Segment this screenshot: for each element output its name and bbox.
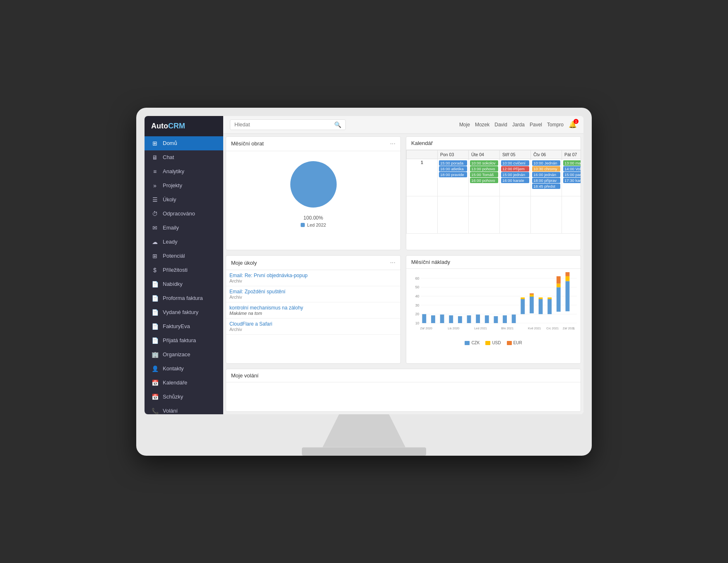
sidebar-item-projekty[interactable]: » Projekty [145, 179, 223, 193]
cal-event[interactable]: 10:00 cvičení [501, 160, 529, 166]
sidebar-item-chat[interactable]: 🖥 Chat [145, 150, 223, 164]
sidebar-item-emaily[interactable]: ✉ Emaily [145, 221, 223, 235]
calls-body [226, 382, 581, 395]
svg-text:20: 20 [415, 312, 419, 316]
cal-tue-empty [469, 196, 500, 233]
task-title-2[interactable]: Email: Zpoždění spuštění [229, 289, 397, 295]
cal-event[interactable]: 10:00 Jednán [532, 160, 560, 166]
sidebar-item-fakturyeva[interactable]: 📄 FakturyEva [145, 319, 223, 333]
svg-rect-35 [557, 284, 561, 288]
legend-czk-label: CZK [471, 341, 480, 345]
cal-event[interactable]: 16:00 karate [501, 178, 529, 183]
cal-wed-cell: 10:00 cvičení 12:00 Příjem 15:00 jednán … [500, 159, 531, 196]
cal-event[interactable]: 15:00 jednán [501, 172, 529, 177]
cal-event[interactable]: 14:00 Volat p [563, 166, 581, 172]
sidebar-item-potencial[interactable]: ⊞ Potenciál [145, 249, 223, 263]
sidebar-item-volani[interactable]: 📞 Volání [145, 404, 223, 414]
cal-event[interactable]: 17:30 karate [563, 178, 581, 183]
legend-usd: USD [485, 341, 501, 345]
cal-fri-empty [562, 196, 581, 233]
chat-icon: 🖥 [151, 154, 159, 161]
cal-thu-empty [531, 196, 562, 233]
sidebar-item-organizace[interactable]: 🏢 Organizace [145, 348, 223, 362]
sidebar-label-prijata: Přijatá faktura [163, 337, 196, 343]
cal-event[interactable]: 13:00 martin [563, 160, 581, 166]
svg-rect-25 [521, 299, 525, 314]
svg-text:Crc 2021: Crc 2021 [546, 326, 559, 330]
sidebar-item-leady[interactable]: ☁ Leady [145, 235, 223, 249]
svg-rect-33 [547, 297, 552, 299]
search-icon[interactable]: 🔍 [334, 121, 341, 128]
sidebar-label-kalendare: Kalendáře [163, 379, 187, 386]
task-status-3: Makáme na tom [229, 311, 397, 316]
sidebar-item-odpracovano[interactable]: ⏱ Odpracováno [145, 207, 223, 221]
sidebar-item-ukoly[interactable]: ☰ Úkoly [145, 193, 223, 207]
tasks-icon: ☰ [151, 196, 159, 203]
legend-usd-label: USD [492, 341, 501, 345]
user-jarda[interactable]: Jarda [512, 122, 525, 128]
calendar-panel: Kalendář Pon 03 Úte 04 Střř 05 [406, 136, 581, 251]
sidebar-label-domu: Domů [163, 140, 177, 146]
sidebar-item-analytiky[interactable]: ≡ Analytiky [145, 164, 223, 179]
task-title-1[interactable]: Email: Re: První objednávka-popup [229, 273, 397, 278]
sidebar-label-schuzky: Schůzky [163, 394, 183, 400]
cal-event[interactable]: 18:45 předst [532, 184, 560, 189]
user-tompro[interactable]: Tompro [547, 122, 564, 128]
cal-event[interactable]: 12:00 Příjem [501, 166, 529, 172]
legend-eur: EUR [507, 341, 522, 345]
user-moje[interactable]: Moje [459, 122, 470, 128]
sidebar-item-domu[interactable]: ⊞ Domů [145, 136, 223, 150]
svg-text:40: 40 [415, 294, 419, 298]
sidebar-item-nabidky[interactable]: 📄 Nabídky [145, 277, 223, 291]
cal-thu-cell: 10:00 Jednán 10:30 chromy 16:00 jednán 1… [531, 159, 562, 196]
tasks-menu-icon[interactable]: ··· [390, 259, 395, 266]
search-box[interactable]: 🔍 [230, 119, 346, 130]
panel-menu-icon[interactable]: ··· [390, 140, 395, 147]
sidebar-item-vydane[interactable]: 📄 Vydané faktury [145, 305, 223, 319]
user-david[interactable]: David [494, 122, 507, 128]
user-pavel[interactable]: Pavel [530, 122, 542, 128]
legend-dot [301, 223, 305, 227]
task-item-4: CloudFlare a Safari Archiv [226, 319, 400, 335]
cal-event[interactable]: 16:00 pohovo [470, 178, 498, 183]
sidebar-item-prilezitosti[interactable]: $ Příležitosti [145, 263, 223, 277]
cal-event[interactable]: 10:30 chromy [532, 166, 560, 172]
cal-event[interactable]: 10:00 sokolov [470, 160, 498, 166]
analytics-icon: ≡ [151, 168, 159, 175]
cal-event[interactable]: 16:00 jednán [532, 172, 560, 177]
svg-rect-31 [539, 297, 543, 299]
sidebar-item-schuzky[interactable]: 📅 Schůzky [145, 390, 223, 404]
cal-event[interactable]: 18:00 pravide [439, 172, 467, 177]
svg-rect-36 [557, 276, 561, 284]
cloud-icon: ☁ [151, 239, 159, 245]
svg-text:60: 60 [415, 276, 419, 280]
search-input[interactable] [234, 121, 332, 128]
cal-event[interactable]: 16:00 atletika [439, 166, 467, 172]
task-item-3: kontrolní mechanismus na zálohy Makáme n… [226, 302, 400, 319]
invoice-in-icon: 📄 [151, 337, 159, 344]
svg-rect-22 [494, 316, 498, 323]
legend-eur-label: EUR [513, 341, 522, 345]
sidebar-item-kalendare[interactable]: 📅 Kalendáře [145, 376, 223, 390]
user-mozek[interactable]: Mozek [475, 122, 489, 128]
cal-event[interactable]: 15:00 porada [439, 160, 467, 166]
calendar-header: Kalendář [406, 137, 581, 150]
cal-tue-header: Úte 04 [469, 150, 500, 159]
meetings-icon: 📅 [151, 394, 159, 400]
cal-event[interactable]: 18:00 příprav [532, 178, 560, 183]
notification-bell[interactable]: 🔔 1 [569, 121, 577, 128]
sidebar-label-proforma: Proforma faktura [163, 295, 203, 301]
cal-event[interactable]: 15:00 parkou [563, 172, 581, 177]
sidebar-item-kontakty[interactable]: 👤 Kontakty [145, 362, 223, 376]
cal-event[interactable]: 15:00 Tomáš [470, 172, 498, 177]
sidebar-item-proforma[interactable]: 📄 Proforma faktura [145, 291, 223, 305]
task-title-3[interactable]: kontrolní mechanismus na zálohy [229, 305, 397, 311]
svg-rect-19 [467, 315, 471, 323]
cal-event[interactable]: 13:00 pohovo [470, 166, 498, 172]
topbar-avatars: Moje Mozek David Jarda Pavel Tompro 🔔 1 [459, 121, 577, 128]
projects-icon: » [151, 182, 159, 189]
fakturyeva-icon: 📄 [151, 323, 159, 330]
task-title-4[interactable]: CloudFlare a Safari [229, 321, 397, 327]
sidebar: AutoCRM ⊞ Domů 🖥 Chat ≡ Analytiky » Proj… [145, 116, 223, 414]
sidebar-item-prijata[interactable]: 📄 Přijatá faktura [145, 333, 223, 348]
